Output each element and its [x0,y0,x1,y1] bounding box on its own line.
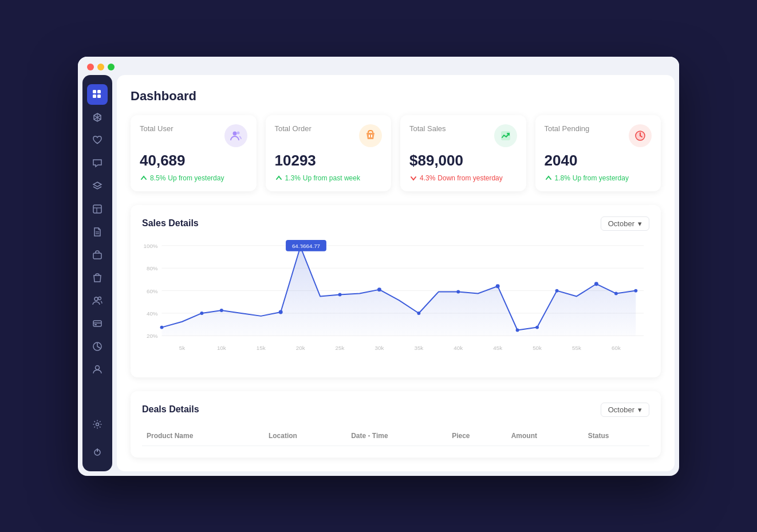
svg-rect-23 [371,135,372,137]
svg-rect-2 [93,94,96,98]
svg-point-53 [200,312,203,315]
titlebar [78,57,679,70]
svg-point-55 [279,310,283,314]
sidebar-item-heart[interactable] [87,130,108,151]
svg-point-57 [338,293,342,296]
main-content: Dashboard Total User [117,75,675,471]
minimize-button[interactable] [97,64,104,70]
svg-point-17 [96,423,99,425]
col-product-name: Product Name [142,426,264,446]
svg-text:60k: 60k [612,344,621,350]
sidebar [82,75,112,471]
svg-rect-22 [369,135,370,137]
stat-value-pending: 2040 [545,152,652,170]
col-location: Location [264,426,346,446]
col-datetime: Date - Time [346,426,447,446]
deals-title: Deals Details [142,404,199,415]
svg-rect-14 [94,324,97,325]
sidebar-item-file[interactable] [87,222,108,242]
svg-text:40k: 40k [454,344,463,350]
sidebar-item-chat[interactable] [87,153,108,174]
stats-grid: Total User 40,689 [131,115,661,191]
close-button[interactable] [87,64,94,70]
svg-point-60 [456,290,460,293]
sidebar-item-settings[interactable] [87,414,108,435]
maximize-button[interactable] [108,64,115,70]
svg-point-11 [98,297,101,300]
app-window: Dashboard Total User [78,57,679,476]
deals-table: Product Name Location Date - Time Piece … [142,426,649,446]
svg-rect-1 [97,90,101,93]
stat-change-pct-user: 8.5% [150,174,165,182]
sidebar-item-users[interactable] [87,290,108,311]
stat-icon-order [359,124,382,147]
stat-change-pct-sales: 4.3% [420,174,435,182]
svg-point-67 [634,289,637,292]
svg-text:15k: 15k [257,344,266,350]
sidebar-item-analytics[interactable] [87,336,108,357]
sales-chart-title: Sales Details [142,218,199,228]
stat-change-user: 8.5% Up from yesterday [140,174,247,182]
stat-value-sales: $89,000 [409,152,517,170]
sidebar-item-table[interactable] [87,199,108,219]
stat-change-text-sales: Down from yesterday [437,174,502,182]
deals-section: Deals Details October ▾ Product Name Loc… [131,391,661,458]
svg-text:64.3664.77: 64.3664.77 [292,242,320,249]
svg-rect-9 [93,253,101,259]
sidebar-item-power[interactable] [87,442,108,462]
stat-change-pending: 1.8% Up from yesterday [545,174,652,182]
stat-card-total-user: Total User 40,689 [131,115,257,191]
stat-change-text-user: Up from yesterday [168,174,224,182]
svg-rect-0 [93,90,96,93]
stat-change-text-order: Up from past week [303,174,360,182]
svg-point-65 [594,282,598,286]
sales-chart-section: Sales Details October ▾ 100% 80% 60% 40%… [131,205,661,377]
svg-rect-12 [93,321,101,326]
svg-point-10 [94,297,98,301]
svg-text:20%: 20% [147,333,158,339]
stat-card-total-order: Total Order 10293 [266,115,392,191]
sidebar-item-briefcase[interactable] [87,245,108,265]
stat-icon-pending [629,124,652,147]
svg-text:45k: 45k [493,344,502,350]
svg-point-66 [614,291,618,295]
sidebar-item-cube[interactable] [87,107,108,128]
svg-point-59 [417,312,420,315]
stat-value-user: 40,689 [140,152,247,170]
svg-text:30k: 30k [375,344,384,350]
svg-point-58 [377,287,381,291]
page-title: Dashboard [131,89,661,104]
svg-point-20 [232,131,236,135]
svg-text:5k: 5k [179,344,185,350]
svg-point-16 [96,365,100,369]
stat-change-text-pending: Up from yesterday [573,174,629,182]
svg-text:80%: 80% [147,265,158,271]
sales-chart-container: 100% 80% 60% 40% 20% 5k 10k [142,240,649,366]
sidebar-item-profile[interactable] [87,359,108,380]
svg-rect-4 [93,205,101,213]
sidebar-item-dashboard[interactable] [87,84,108,105]
sales-month-selector[interactable]: October ▾ [601,216,649,231]
svg-point-64 [555,289,559,292]
svg-text:60%: 60% [147,287,158,294]
col-piece: Piece [447,426,507,446]
sales-chart-svg: 100% 80% 60% 40% 20% 5k 10k [142,240,649,353]
stat-icon-user [224,124,247,147]
svg-text:55k: 55k [572,344,581,350]
svg-point-63 [535,325,539,329]
svg-point-21 [236,131,239,134]
sidebar-item-layers[interactable] [87,176,108,196]
svg-point-52 [160,325,164,329]
svg-text:100%: 100% [143,242,157,249]
stat-change-pct-pending: 1.8% [555,174,570,182]
stat-label-order: Total Order [275,124,312,133]
sidebar-item-bag[interactable] [87,267,108,288]
svg-text:40%: 40% [147,310,158,316]
svg-point-54 [220,309,223,312]
deals-month-selector[interactable]: October ▾ [601,403,649,417]
sidebar-item-card[interactable] [87,313,108,334]
stat-change-pct-order: 1.3% [285,174,301,182]
col-status: Status [583,426,649,446]
svg-marker-51 [161,246,636,336]
svg-rect-3 [97,94,101,98]
